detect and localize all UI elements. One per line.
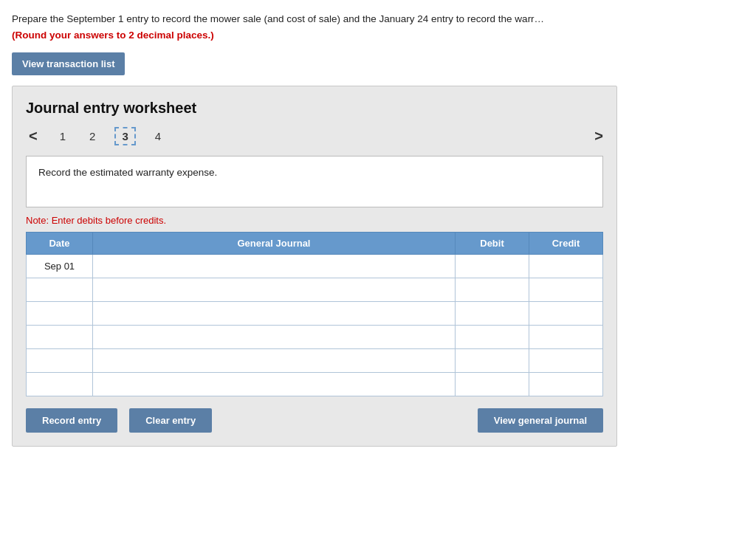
instruction-bold: (Round your answers to 2 decimal places.… bbox=[12, 30, 744, 41]
debit-input-5[interactable] bbox=[460, 355, 524, 366]
view-general-journal-button[interactable]: View general journal bbox=[478, 408, 603, 433]
nav-row: < 1 2 3 4 > bbox=[26, 127, 603, 145]
debit-cell-1[interactable] bbox=[456, 255, 529, 278]
page-3[interactable]: 3 bbox=[114, 127, 135, 145]
journal-input-3[interactable] bbox=[97, 308, 450, 319]
journal-cell-6[interactable] bbox=[93, 373, 456, 396]
col-header-journal: General Journal bbox=[93, 233, 456, 255]
journal-input-1[interactable] bbox=[97, 261, 450, 272]
note-text: Note: Enter debits before credits. bbox=[26, 215, 603, 226]
table-row bbox=[27, 326, 603, 349]
credit-cell-5[interactable] bbox=[529, 349, 603, 373]
credit-cell-3[interactable] bbox=[529, 302, 603, 326]
table-row bbox=[27, 373, 603, 396]
worksheet-title: Journal entry worksheet bbox=[26, 100, 603, 117]
journal-cell-2[interactable] bbox=[93, 278, 456, 302]
debit-cell-6[interactable] bbox=[456, 373, 529, 396]
journal-cell-3[interactable] bbox=[93, 302, 456, 326]
debit-input-4[interactable] bbox=[460, 331, 524, 343]
journal-input-2[interactable] bbox=[97, 284, 450, 295]
col-header-credit: Credit bbox=[529, 233, 603, 255]
debit-input-2[interactable] bbox=[460, 284, 524, 295]
record-entry-button[interactable]: Record entry bbox=[26, 408, 117, 433]
table-row bbox=[27, 278, 603, 302]
view-transaction-button[interactable]: View transaction list bbox=[12, 52, 125, 75]
journal-cell-1[interactable] bbox=[93, 255, 456, 278]
debit-cell-2[interactable] bbox=[456, 278, 529, 302]
debit-input-6[interactable] bbox=[460, 379, 524, 390]
credit-cell-2[interactable] bbox=[529, 278, 603, 302]
date-cell-1: Sep 01 bbox=[27, 255, 93, 278]
journal-input-4[interactable] bbox=[97, 331, 450, 343]
journal-cell-4[interactable] bbox=[93, 326, 456, 349]
clear-entry-button[interactable]: Clear entry bbox=[129, 408, 212, 433]
date-cell-5 bbox=[27, 349, 93, 373]
description-box: Record the estimated warranty expense. bbox=[26, 156, 603, 207]
credit-input-3[interactable] bbox=[534, 308, 598, 319]
credit-cell-6[interactable] bbox=[529, 373, 603, 396]
credit-input-6[interactable] bbox=[534, 379, 598, 390]
page-1[interactable]: 1 bbox=[55, 128, 70, 144]
credit-cell-1[interactable] bbox=[529, 255, 603, 278]
date-cell-6 bbox=[27, 373, 93, 396]
date-cell-4 bbox=[27, 326, 93, 349]
credit-input-1[interactable] bbox=[534, 261, 598, 272]
worksheet-container: Journal entry worksheet < 1 2 3 4 > Reco… bbox=[12, 86, 617, 447]
description-text: Record the estimated warranty expense. bbox=[38, 167, 217, 178]
credit-input-5[interactable] bbox=[534, 355, 598, 366]
date-cell-3 bbox=[27, 302, 93, 326]
journal-cell-5[interactable] bbox=[93, 349, 456, 373]
page-2[interactable]: 2 bbox=[85, 128, 100, 144]
credit-input-4[interactable] bbox=[534, 331, 598, 343]
journal-input-5[interactable] bbox=[97, 355, 450, 366]
table-row bbox=[27, 349, 603, 373]
prev-page-button[interactable]: < bbox=[26, 128, 41, 145]
table-row bbox=[27, 302, 603, 326]
table-row: Sep 01 bbox=[27, 255, 603, 278]
instruction-text: Prepare the September 1 entry to record … bbox=[12, 12, 744, 27]
credit-input-2[interactable] bbox=[534, 284, 598, 295]
journal-table: Date General Journal Debit Credit Sep 01 bbox=[26, 232, 603, 396]
button-row: Record entry Clear entry View general jo… bbox=[26, 408, 603, 433]
journal-input-6[interactable] bbox=[97, 379, 450, 390]
credit-cell-4[interactable] bbox=[529, 326, 603, 349]
debit-cell-4[interactable] bbox=[456, 326, 529, 349]
debit-cell-3[interactable] bbox=[456, 302, 529, 326]
date-cell-2 bbox=[27, 278, 93, 302]
debit-cell-5[interactable] bbox=[456, 349, 529, 373]
next-page-button[interactable]: > bbox=[594, 128, 603, 145]
col-header-debit: Debit bbox=[456, 233, 529, 255]
col-header-date: Date bbox=[27, 233, 93, 255]
debit-input-1[interactable] bbox=[460, 261, 524, 272]
page-4[interactable]: 4 bbox=[151, 128, 165, 144]
debit-input-3[interactable] bbox=[460, 308, 524, 319]
